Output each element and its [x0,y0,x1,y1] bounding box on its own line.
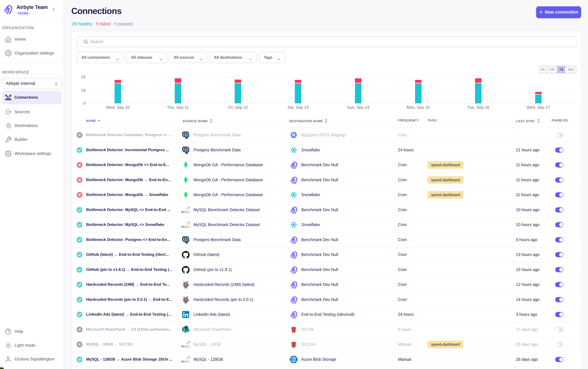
svg-text:SQL.: SQL. [185,226,190,228]
svg-text:SQL.: SQL. [185,345,190,348]
svg-text:My: My [181,345,185,348]
svg-text:My: My [181,226,185,228]
svg-text:S: S [183,328,185,331]
svg-text:SQL.: SQL. [185,210,190,213]
svg-text:My: My [181,210,185,213]
svg-text:SQL.: SQL. [185,360,190,363]
svg-text:My: My [181,360,185,363]
svg-text:01: 01 [293,360,294,362]
